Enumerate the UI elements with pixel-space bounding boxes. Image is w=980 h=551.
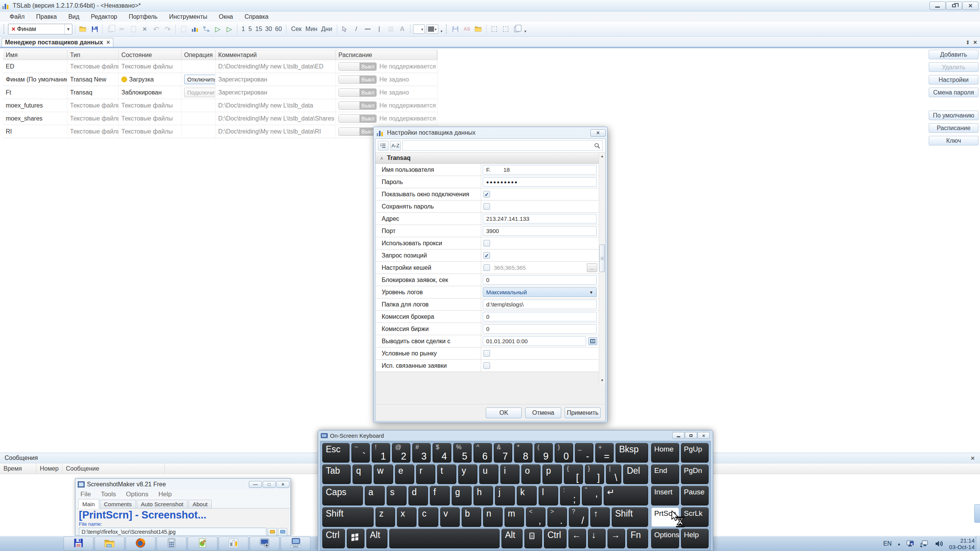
key-w[interactable]: w [374,465,393,484]
checkbox[interactable] [483,350,490,357]
language-indicator[interactable]: EN [883,540,892,547]
key-a[interactable]: a [365,486,385,505]
schedule-toggle[interactable]: Выкл [338,114,377,123]
paste-button[interactable] [128,24,138,34]
checkbox[interactable] [483,362,490,369]
key-;[interactable]: :; [560,486,580,505]
select-region-button[interactable] [489,24,499,34]
checkbox[interactable] [483,203,490,210]
sm-tab-Comments[interactable]: Comments [100,500,136,508]
taskbar-button-floppy[interactable] [64,536,93,551]
messages-column-Время[interactable]: Время [0,463,36,474]
save-button[interactable] [90,24,100,34]
run-all-button[interactable]: ▷ [224,24,234,34]
key-=[interactable]: += [595,443,614,463]
key-`[interactable]: ~` [351,443,370,463]
key-space[interactable] [389,529,500,548]
key-y[interactable]: y [458,465,477,484]
key-j[interactable]: j [495,486,515,505]
save-layout-button[interactable] [451,24,461,34]
sm-tab-About[interactable]: About [188,500,212,508]
text-input[interactable]: d:\temp\tslogs\ [483,300,597,309]
key-0[interactable]: )0 [555,443,573,463]
scrollbar-thumb[interactable] [599,245,605,272]
key-8[interactable]: *8 [514,443,532,463]
taskbar-button-firefox[interactable] [126,536,155,551]
delete-button[interactable]: × [140,24,150,34]
key-arrow-left[interactable]: ← [568,529,586,548]
side-button-Добавить[interactable]: Добавить [929,50,978,59]
key-Fn[interactable]: Fn [627,529,648,548]
sm-menu-Help[interactable]: Help [158,491,172,498]
tab-close-icon[interactable]: × [106,39,110,46]
table-row[interactable]: Финам (По умолчанию)Transaq NewЗагрузкаО… [3,73,438,86]
schedule-toggle[interactable]: Выкл [338,88,377,97]
taskbar-button-keyboard[interactable] [281,536,310,551]
table-row[interactable]: FtTransaqЗаблокированПодключитьЗарегистр… [3,86,438,99]
text-input[interactable]: 0 [483,312,597,321]
column-header-Комментарий[interactable]: Комментарий [216,50,336,60]
key-Pause[interactable]: Pause [681,486,709,505]
restore-button[interactable] [685,432,697,439]
close-button[interactable]: × [697,432,710,439]
key-'[interactable]: "' [582,486,602,505]
key-e[interactable]: e [395,465,414,484]
tslab-titlebar[interactable]: TSLab (версия 1.2.17.0:64bit) - <Неназва… [0,0,980,11]
checkbox[interactable]: ✓ [483,191,490,197]
table-row[interactable]: RIТекстовые файлыТекстовые файлыD:\Doc\t… [3,125,438,138]
ellipsis-button[interactable]: ... [587,263,597,272]
settings-group-header[interactable]: ∧ Transaq [376,153,599,164]
script-button[interactable] [201,24,211,34]
run-button[interactable]: ▷ [213,24,223,34]
unit-button-Мин[interactable]: Мин [304,25,319,33]
minimize-button[interactable] [929,2,946,10]
text-input[interactable]: 0 [483,324,597,334]
timeframe-button-5[interactable]: 5 [247,25,254,33]
open-file-button[interactable] [78,24,88,34]
levels-tool-button[interactable] [386,24,396,34]
close-button[interactable]: × [962,2,978,10]
redo-button[interactable]: ↷ [163,24,173,34]
select-region-2-button[interactable] [501,24,511,34]
key-PgDn[interactable]: PgDn [681,465,709,484]
column-header-Операция[interactable]: Операция [181,50,216,60]
key-k[interactable]: k [517,486,537,505]
sm-menu-File[interactable]: File [80,491,91,498]
sm-menu-Options[interactable]: Options [126,491,149,498]
key-Ctrl[interactable]: Ctrl [322,529,345,548]
speaker-icon[interactable] [934,540,944,548]
key-l[interactable]: l [539,486,559,505]
taskbar-button-tslab[interactable] [219,536,248,551]
properties-button[interactable] [178,24,188,34]
taskbar-button-screenshot[interactable] [250,536,279,551]
key-2[interactable]: @2 [392,443,410,463]
toolbar-grip-2[interactable] [446,24,448,34]
key-9[interactable]: (9 [534,443,553,463]
panel-scrollbar-nub[interactable] [974,504,980,523]
maximize-button[interactable]: □ [263,481,276,488]
key-alt-right[interactable]: Alt [501,529,523,548]
key-Tab[interactable]: Tab [322,465,351,484]
dialog-button-Отмена[interactable]: Отмена [525,408,561,418]
taskbar-button-calculator[interactable] [157,536,186,551]
menu-item-Портфель[interactable]: Портфель [123,12,163,21]
key-Alt[interactable]: Alt [366,529,387,548]
key-5[interactable]: %5 [453,443,472,463]
checkbox[interactable]: ✓ [483,252,490,259]
clock[interactable]: 21:14 03-Oct-14 [949,537,975,550]
schedule-toggle[interactable]: Выкл [338,62,377,71]
toolbar-overflow-2[interactable]: ▾ [524,29,526,33]
messages-column-Номер[interactable]: Номер [36,463,62,474]
key-c[interactable]: c [418,507,438,527]
search-input[interactable] [402,140,603,151]
menu-item-Окна[interactable]: Окна [213,12,238,21]
horizontal-line-tool-button[interactable] [363,24,373,34]
line-style-dropdown[interactable]: ▾ [413,24,425,34]
column-header-Расписание[interactable]: Расписание [336,50,437,60]
sm-menu-Tools[interactable]: Tools [101,491,116,498]
key-m[interactable]: m [505,507,524,527]
checkbox[interactable] [483,264,490,271]
menu-item-Инструменты[interactable]: Инструменты [163,12,213,21]
timeframe-button-1[interactable]: 1 [240,25,247,33]
checkbox[interactable] [483,240,490,246]
